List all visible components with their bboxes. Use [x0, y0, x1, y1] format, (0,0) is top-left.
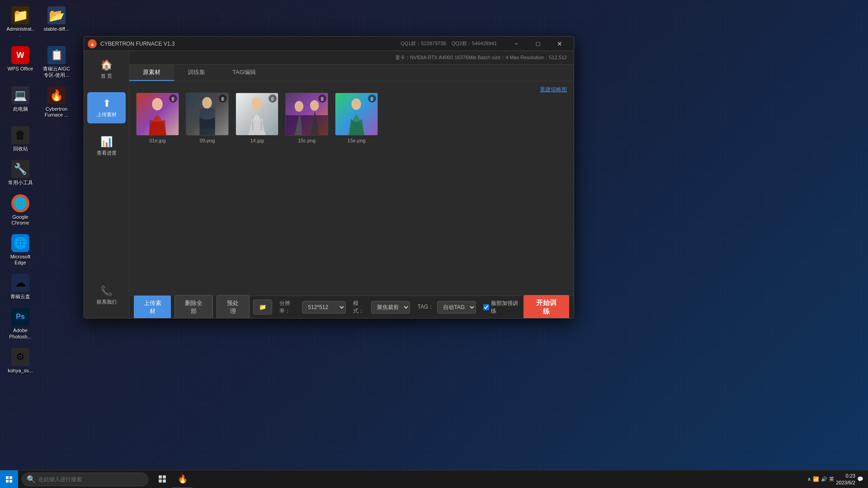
qq-info: QQ1群：522879738 QQ2群：546428941 [401, 40, 497, 47]
desktop-icons: 📁 Administrat... 📂 stable-diff... W WPS … [5, 5, 72, 375]
desktop-icon-this-pc[interactable]: 💻 此电脑 [5, 84, 36, 120]
list-item: 🗑 15c.png [285, 93, 328, 143]
svg-rect-19 [159, 479, 162, 483]
list-item: 🗑 01e.jpg [136, 93, 179, 143]
taskbar-datetime: 0:23 2023/6/2 [836, 473, 855, 486]
delete-all-button[interactable]: 删除全部 [175, 295, 212, 319]
rebuild-thumbnails-link[interactable]: 重建缩略图 [540, 86, 567, 94]
delete-image-09-button[interactable]: 🗑 [219, 94, 227, 103]
taskbar-app-cybertron[interactable]: 🔥 [172, 470, 193, 488]
search-icon: 🔍 [27, 475, 36, 483]
image-thumb-01e: 🗑 [136, 93, 179, 136]
sidebar-item-contact[interactable]: 📞 联系我们 [87, 282, 126, 309]
list-item: 🗑 09.png [186, 93, 229, 143]
app-window: 🔥 CYBERTRON FURNACE V1.3 QQ1群：522879738 … [84, 36, 574, 319]
desktop-icon-cybertron[interactable]: 🔥 Cybertron Furnace ... [41, 84, 72, 120]
sidebar-item-progress[interactable]: 📊 查看进度 [87, 132, 126, 160]
app-icon: 🔥 [88, 39, 97, 48]
mode-label: 模式： [353, 300, 368, 315]
desktop-icon-tools[interactable]: 🔧 常用小工具 [5, 158, 36, 188]
window-controls: － □ ✕ [506, 37, 570, 51]
svg-point-12 [351, 99, 361, 110]
taskbar-apps: 🔥 [152, 470, 803, 488]
search-input[interactable] [38, 476, 143, 483]
notification-icon[interactable]: 💬 [857, 476, 863, 482]
tray-network-icon: 📶 [813, 476, 819, 482]
svg-rect-20 [163, 479, 166, 483]
tab-raw-materials[interactable]: 原素材 [129, 65, 174, 81]
tray-volume-icon: 🔊 [821, 476, 827, 482]
tab-bar: 原素材 训练集 TAG编辑 [129, 65, 574, 81]
taskbar-app-taskview[interactable] [152, 470, 172, 488]
desktop-icon-recycle[interactable]: 🗑 回收站 [5, 124, 36, 154]
title-bar: 🔥 CYBERTRON FURNACE V1.3 QQ1群：522879738 … [84, 37, 574, 51]
home-icon: 🏠 [100, 59, 113, 71]
tag-select[interactable]: 自动TAG 手动TAG [437, 301, 476, 314]
image-label-15e: 15e.png [348, 138, 366, 143]
main-content: 显卡：NVIDIA RTX A4000 16376Mib Batch size：… [129, 51, 574, 318]
delete-image-14-button[interactable]: 🗑 [269, 94, 277, 103]
svg-rect-15 [6, 480, 9, 483]
desktop-icon-kohya[interactable]: ⚙ kohya_ss... [5, 346, 36, 375]
desktop-icon-admin[interactable]: 📁 Administrat... [5, 5, 36, 40]
delete-image-15e-button[interactable]: 🗑 [368, 94, 376, 103]
image-label-15c: 15c.png [298, 138, 316, 143]
contact-icon: 📞 [100, 285, 113, 297]
delete-image-01e-button[interactable]: 🗑 [169, 94, 177, 103]
sidebar-item-upload[interactable]: ⬆ 上传素材 [87, 92, 126, 123]
svg-point-1 [152, 98, 162, 110]
bottom-bar: 上传素材 删除全部 预处理 📁 分辨率： 512*512 256*256 768… [129, 296, 574, 318]
svg-point-10 [310, 100, 319, 111]
progress-icon: 📊 [100, 136, 113, 148]
app-body: 🏠 首 页 ⬆ 上传素材 📊 查看进度 📞 联系我们 [84, 51, 574, 318]
image-grid: 🗑 01e.jpg [136, 93, 567, 143]
tray-lang: 英 [829, 476, 834, 483]
svg-point-6 [251, 97, 262, 109]
minimize-button[interactable]: － [506, 37, 527, 51]
desktop-icon-chrome[interactable]: 🌐 Google Chrome [5, 192, 36, 228]
upload-icon: ⬆ [103, 98, 111, 109]
desktop-icon-qingban[interactable]: 📋 青椒云AIGC专区-使用... [41, 44, 72, 80]
svg-rect-13 [6, 476, 9, 479]
desktop-icon-edge[interactable]: 🌐 Microsoft Edge [5, 232, 36, 267]
resolution-select[interactable]: 512*512 256*256 768*768 1024*1024 [302, 301, 346, 314]
gpu-info-bar: 显卡：NVIDIA RTX A4000 16376Mib Batch size：… [129, 51, 574, 65]
taskbar: 🔍 🔥 ∧ 📶 🔊 英 0:23 2023/ [0, 470, 868, 488]
tab-training-set[interactable]: 训练集 [174, 65, 219, 81]
folder-button[interactable]: 📁 [253, 300, 272, 314]
tray-expand-icon[interactable]: ∧ [807, 476, 811, 482]
taskbar-search[interactable]: 🔍 [22, 473, 148, 486]
svg-point-3 [202, 97, 212, 108]
tab-tag-editor[interactable]: TAG编辑 [219, 65, 269, 81]
image-thumb-15c: 🗑 [285, 93, 328, 136]
sidebar: 🏠 首 页 ⬆ 上传素材 📊 查看进度 📞 联系我们 [84, 51, 129, 318]
desktop-icon-cloud[interactable]: ☁ 青椒云盘 [5, 272, 36, 301]
list-item: 🗑 14.jpg [236, 93, 278, 143]
resolution-label: 分辨率： [279, 300, 299, 315]
maximize-button[interactable]: □ [528, 37, 548, 51]
image-label-01e: 01e.jpg [149, 138, 165, 143]
svg-rect-8 [286, 115, 328, 135]
desktop-icon-photoshop[interactable]: Ps Adobe Photosh... [5, 306, 36, 341]
mode-select[interactable]: 聚焦裁剪 中心裁剪 填充 [371, 301, 410, 314]
desktop-icon-wps[interactable]: W WPS Office [5, 44, 36, 80]
close-button[interactable]: ✕ [549, 37, 570, 51]
face-enhance-checkbox[interactable] [483, 304, 489, 310]
tag-label: TAG： [417, 303, 434, 311]
desktop-icon-stable-diff[interactable]: 📂 stable-diff... [41, 5, 72, 40]
sidebar-item-home[interactable]: 🏠 首 页 [87, 56, 126, 83]
upload-materials-button[interactable]: 上传素材 [134, 296, 171, 319]
desktop: 📁 Administrat... 📂 stable-diff... W WPS … [0, 0, 868, 488]
face-enhance-label: 脸部加强训练 [491, 300, 519, 315]
preprocess-button[interactable]: 预处理 [217, 295, 250, 319]
gpu-info-text: 显卡：NVIDIA RTX A4000 16376Mib Batch size：… [395, 54, 567, 61]
content-area: 重建缩略图 [129, 81, 574, 296]
image-thumb-14: 🗑 [236, 93, 278, 136]
start-training-button[interactable]: 开始训练 [524, 295, 570, 319]
list-item: 🗑 15e.png [335, 93, 378, 143]
delete-image-15c-button[interactable]: 🗑 [318, 94, 326, 103]
svg-rect-16 [9, 480, 12, 483]
image-thumb-09: 🗑 [186, 93, 229, 136]
start-button[interactable] [0, 470, 18, 488]
image-thumb-15e: 🗑 [335, 93, 378, 136]
